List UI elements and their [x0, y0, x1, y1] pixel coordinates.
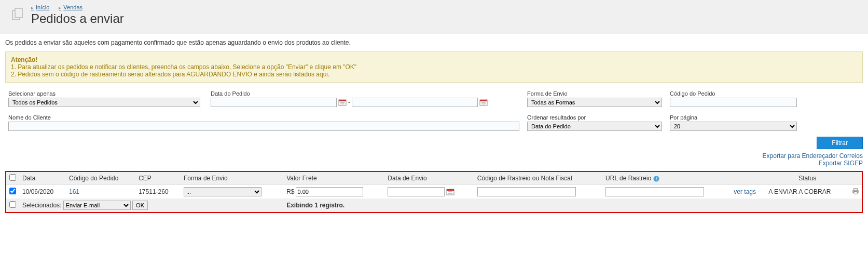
records-summary: Exibindo 1 registro.	[283, 199, 862, 212]
ship-date-input[interactable]	[388, 187, 445, 196]
breadcrumb: Início Vendas	[31, 4, 858, 10]
cell-cep: 17511-260	[135, 185, 181, 199]
per-page-dropdown[interactable]: 20	[670, 122, 797, 131]
col-shipping-method: Forma de Envio	[181, 172, 283, 185]
selected-label: Selecionados:	[22, 202, 61, 209]
col-freight-value: Valor Frete	[283, 172, 384, 185]
bulk-action-dropdown[interactable]: Enviar E-mail	[63, 201, 131, 210]
orders-table-wrapper: Data Código do Pedido CEP Forma de Envio…	[5, 171, 863, 213]
svg-rect-18	[854, 191, 857, 194]
ok-button[interactable]: OK	[132, 201, 148, 210]
orders-table: Data Código do Pedido CEP Forma de Envio…	[6, 172, 862, 212]
svg-rect-1	[15, 8, 22, 18]
filters-panel: Selecionar apenas Todos os Pedidos Data …	[5, 89, 863, 133]
filter-label-customer-name: Nome do Cliente	[8, 114, 521, 121]
ver-tags-link[interactable]: ver tags	[734, 188, 756, 195]
alert-title: Atenção!	[11, 56, 857, 63]
col-order-code: Código do Pedido	[66, 172, 135, 185]
filter-button[interactable]: Filtrar	[817, 137, 863, 149]
col-tracking-url: URL de Rastreio i	[602, 172, 731, 185]
info-icon[interactable]: i	[653, 176, 659, 182]
alert-line: 1. Para atualizar os pedidos e notificar…	[11, 63, 356, 71]
svg-rect-13	[447, 189, 454, 191]
order-date-to-input[interactable]	[352, 98, 478, 107]
export-correios-link[interactable]: Exportar para Endereçador Correios	[5, 152, 863, 160]
filter-label-sort: Ordenar resultados por	[527, 114, 664, 121]
calendar-icon[interactable]	[479, 99, 488, 106]
col-cep: CEP	[135, 172, 181, 185]
svg-rect-16	[853, 188, 858, 190]
filter-label-shipping-method: Forma de Envio	[527, 90, 664, 97]
pages-icon	[10, 7, 25, 22]
select-all-checkbox[interactable]	[9, 174, 16, 181]
col-tracking: Código de Rastreio ou Nota Fiscal	[474, 172, 602, 185]
export-sigep-link[interactable]: Exportar SIGEP	[5, 160, 863, 167]
breadcrumb-sales[interactable]: Vendas	[59, 4, 82, 10]
customer-name-input[interactable]	[8, 122, 519, 131]
shipping-method-dropdown[interactable]: Todas as Formas	[527, 98, 662, 107]
col-ship-date: Data de Envio	[384, 172, 474, 185]
filter-label-order-date: Data do Pedido	[211, 90, 521, 97]
select-only-dropdown[interactable]: Todos os Pedidos	[8, 98, 200, 107]
table-row: 10/06/2020 161 17511-260 ... R$	[6, 185, 862, 199]
alert-line: 2. Pedidos sem o código de rastreamento …	[11, 71, 329, 78]
row-shipping-method-dropdown[interactable]: ...	[184, 187, 261, 196]
date-separator: -	[348, 99, 350, 106]
filter-label-per-page: Por página	[670, 114, 798, 121]
tracking-url-input[interactable]	[605, 187, 704, 196]
order-code-input[interactable]	[670, 98, 797, 107]
page-header: Início Vendas Pedidos a enviar	[0, 0, 868, 34]
alert-box: Atenção! 1. Para atualizar os pedidos e …	[5, 51, 863, 83]
table-footer-row: Selecionados: Enviar E-mail OK Exibindo …	[6, 199, 862, 212]
tracking-code-input[interactable]	[477, 187, 576, 196]
filter-label-order-code: Código do Pedido	[670, 90, 798, 97]
sort-dropdown[interactable]: Data do Pedido	[527, 122, 662, 131]
svg-rect-7	[480, 100, 487, 101]
order-link[interactable]: 161	[69, 188, 79, 195]
col-status: Status	[765, 172, 849, 185]
cell-date: 10/06/2020	[19, 185, 66, 199]
filter-label-select-only: Selecionar apenas	[8, 90, 204, 97]
cell-status: A ENVIAR A COBRAR	[765, 185, 849, 199]
svg-rect-3	[339, 100, 346, 101]
calendar-icon[interactable]	[446, 188, 454, 195]
svg-text:i: i	[656, 177, 657, 181]
footer-checkbox[interactable]	[9, 201, 16, 208]
col-date: Data	[19, 172, 66, 185]
breadcrumb-home[interactable]: Início	[31, 4, 49, 10]
page-title: Pedidos a enviar	[31, 11, 858, 26]
page-description: Os pedidos a enviar são aqueles com paga…	[5, 39, 863, 46]
freight-value-input[interactable]	[296, 187, 363, 196]
calendar-icon[interactable]	[338, 99, 347, 106]
row-checkbox[interactable]	[9, 188, 16, 194]
currency-label: R$	[286, 188, 294, 195]
svg-point-19	[857, 190, 858, 191]
print-icon[interactable]	[852, 189, 859, 196]
order-date-from-input[interactable]	[211, 98, 337, 107]
